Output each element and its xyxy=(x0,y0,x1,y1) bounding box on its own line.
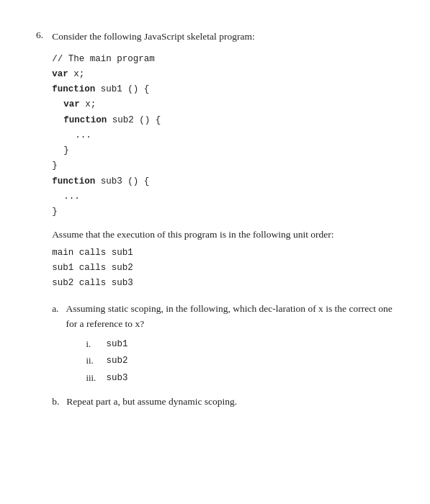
question-intro: Consider the following JavaScript skelet… xyxy=(52,29,394,45)
exec-line-1: main calls sub1 xyxy=(52,246,394,261)
keyword-var2: var xyxy=(63,99,80,109)
execution-block: main calls sub1 sub1 calls sub2 sub2 cal… xyxy=(52,246,394,292)
sub-b-label: b. xyxy=(52,395,59,410)
option-iii-value: sub3 xyxy=(107,370,128,387)
code-line8: function sub3 () { xyxy=(52,174,394,189)
sub-question-b: b. Repeat part a, but assume dynamic sco… xyxy=(52,395,394,410)
sub-b-text: Repeat part a, but assume dynamic scopin… xyxy=(66,396,237,407)
question-container: 6. Consider the following JavaScript ske… xyxy=(36,29,394,410)
sub-question-a: a. Assuming static scoping, in the follo… xyxy=(52,302,394,387)
code-line10: } xyxy=(52,204,394,220)
code-line7: } xyxy=(52,158,394,174)
code-line4: function sub2 () { xyxy=(63,113,394,128)
keyword-var: var xyxy=(52,69,68,79)
code-line1: var x; xyxy=(52,67,394,82)
code-line6: } xyxy=(63,143,394,158)
exec-line-2: sub1 calls sub2 xyxy=(52,261,394,276)
code-block: // The main program var x; function sub1… xyxy=(52,52,394,220)
option-iii: iii. sub3 xyxy=(86,370,395,387)
option-i-value: sub1 xyxy=(107,336,128,354)
comment-text: // The main program xyxy=(52,54,155,64)
option-iii-label: iii. xyxy=(86,370,102,387)
code-line5: ... xyxy=(75,128,394,143)
keyword-function1: function xyxy=(52,84,95,94)
code-comment: // The main program xyxy=(52,52,394,67)
sub-a-text: Assuming static scoping, in the followin… xyxy=(66,303,393,329)
keyword-function2: function xyxy=(63,115,107,125)
code-line2: function sub1 () { xyxy=(52,82,394,97)
page: 6. Consider the following JavaScript ske… xyxy=(0,0,430,504)
sub-a-label: a. xyxy=(52,302,58,387)
exec-line-3: sub2 calls sub3 xyxy=(52,276,394,291)
keyword-function3: function xyxy=(52,176,95,186)
option-ii-label: ii. xyxy=(86,353,102,370)
option-i: i. sub1 xyxy=(86,336,395,354)
code-ellipsis2: ... xyxy=(63,192,80,202)
sub-a-options: i. sub1 ii. sub2 iii. sub3 xyxy=(86,336,395,387)
sub-b-body: Repeat part a, but assume dynamic scopin… xyxy=(66,395,394,410)
code-line9: ... xyxy=(63,189,394,204)
question-number: 6. xyxy=(36,29,43,410)
question-body: Consider the following JavaScript skelet… xyxy=(52,29,394,410)
option-ii: ii. sub2 xyxy=(86,353,395,370)
code-line3: var x; xyxy=(63,97,394,112)
option-ii-value: sub2 xyxy=(107,353,128,370)
sub-a-body: Assuming static scoping, in the followin… xyxy=(66,302,395,387)
option-i-label: i. xyxy=(86,336,102,354)
code-ellipsis1: ... xyxy=(75,130,91,140)
execution-intro: Assume that the execution of this progra… xyxy=(52,227,394,243)
